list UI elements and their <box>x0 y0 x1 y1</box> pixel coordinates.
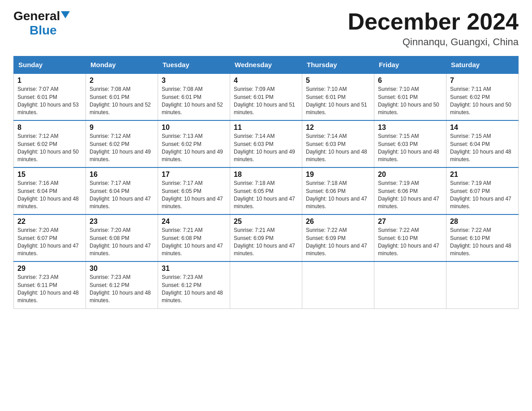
calendar-cell: 1 Sunrise: 7:07 AMSunset: 6:01 PMDayligh… <box>14 73 86 120</box>
calendar-cell: 19 Sunrise: 7:18 AMSunset: 6:06 PMDaylig… <box>302 167 374 214</box>
day-number: 25 <box>234 218 298 226</box>
calendar-cell: 12 Sunrise: 7:14 AMSunset: 6:03 PMDaylig… <box>302 120 374 167</box>
page-header: General Blue December 2024 Qinnanqu, Gua… <box>13 9 519 48</box>
day-info: Sunrise: 7:21 AMSunset: 6:08 PMDaylight:… <box>162 227 223 257</box>
day-number: 8 <box>17 124 82 132</box>
day-number: 4 <box>234 77 298 85</box>
day-info: Sunrise: 7:07 AMSunset: 6:01 PMDaylight:… <box>17 86 79 116</box>
day-info: Sunrise: 7:11 AMSunset: 6:02 PMDaylight:… <box>450 86 511 116</box>
calendar-cell: 18 Sunrise: 7:18 AMSunset: 6:05 PMDaylig… <box>230 167 302 214</box>
day-number: 26 <box>306 218 370 226</box>
day-number: 20 <box>378 171 442 179</box>
logo-general: General <box>13 9 60 23</box>
calendar-cell: 11 Sunrise: 7:14 AMSunset: 6:03 PMDaylig… <box>230 120 302 167</box>
week-row-4: 22 Sunrise: 7:20 AMSunset: 6:07 PMDaylig… <box>14 214 519 261</box>
calendar-cell: 26 Sunrise: 7:22 AMSunset: 6:09 PMDaylig… <box>302 214 374 261</box>
calendar-cell: 8 Sunrise: 7:12 AMSunset: 6:02 PMDayligh… <box>14 120 86 167</box>
day-info: Sunrise: 7:12 AMSunset: 6:02 PMDaylight:… <box>17 133 79 163</box>
days-header-row: SundayMondayTuesdayWednesdayThursdayFrid… <box>14 56 519 74</box>
day-info: Sunrise: 7:18 AMSunset: 6:06 PMDaylight:… <box>306 180 367 210</box>
calendar-cell: 31 Sunrise: 7:23 AMSunset: 6:12 PMDaylig… <box>158 261 230 308</box>
day-number: 13 <box>378 124 442 132</box>
day-info: Sunrise: 7:19 AMSunset: 6:06 PMDaylight:… <box>378 180 439 210</box>
calendar-cell: 20 Sunrise: 7:19 AMSunset: 6:06 PMDaylig… <box>374 167 446 214</box>
day-number: 15 <box>17 171 82 179</box>
calendar-cell: 13 Sunrise: 7:15 AMSunset: 6:03 PMDaylig… <box>374 120 446 167</box>
calendar-cell: 22 Sunrise: 7:20 AMSunset: 6:07 PMDaylig… <box>14 214 86 261</box>
calendar-cell: 27 Sunrise: 7:22 AMSunset: 6:10 PMDaylig… <box>374 214 446 261</box>
calendar-cell: 25 Sunrise: 7:21 AMSunset: 6:09 PMDaylig… <box>230 214 302 261</box>
day-number: 14 <box>450 124 515 132</box>
calendar-title: December 2024 <box>348 9 519 34</box>
day-info: Sunrise: 7:17 AMSunset: 6:05 PMDaylight:… <box>162 180 223 210</box>
day-info: Sunrise: 7:10 AMSunset: 6:01 PMDaylight:… <box>378 86 439 116</box>
day-number: 21 <box>450 171 515 179</box>
day-info: Sunrise: 7:23 AMSunset: 6:12 PMDaylight:… <box>90 274 151 304</box>
day-number: 27 <box>378 218 442 226</box>
week-row-1: 1 Sunrise: 7:07 AMSunset: 6:01 PMDayligh… <box>14 73 519 120</box>
calendar-cell: 5 Sunrise: 7:10 AMSunset: 6:01 PMDayligh… <box>302 73 374 120</box>
calendar-cell <box>302 261 374 308</box>
week-row-5: 29 Sunrise: 7:23 AMSunset: 6:11 PMDaylig… <box>14 261 519 308</box>
day-info: Sunrise: 7:23 AMSunset: 6:12 PMDaylight:… <box>162 274 223 304</box>
day-number: 5 <box>306 77 370 85</box>
calendar-cell: 17 Sunrise: 7:17 AMSunset: 6:05 PMDaylig… <box>158 167 230 214</box>
day-info: Sunrise: 7:16 AMSunset: 6:04 PMDaylight:… <box>17 180 79 210</box>
day-number: 18 <box>234 171 298 179</box>
day-info: Sunrise: 7:10 AMSunset: 6:01 PMDaylight:… <box>306 86 367 116</box>
calendar-cell: 7 Sunrise: 7:11 AMSunset: 6:02 PMDayligh… <box>446 73 519 120</box>
calendar-cell <box>230 261 302 308</box>
calendar-cell: 24 Sunrise: 7:21 AMSunset: 6:08 PMDaylig… <box>158 214 230 261</box>
day-info: Sunrise: 7:17 AMSunset: 6:04 PMDaylight:… <box>90 180 151 210</box>
calendar-cell: 29 Sunrise: 7:23 AMSunset: 6:11 PMDaylig… <box>14 261 86 308</box>
logo-triangle-icon <box>61 11 70 18</box>
day-info: Sunrise: 7:08 AMSunset: 6:01 PMDaylight:… <box>162 86 223 116</box>
calendar-cell: 9 Sunrise: 7:12 AMSunset: 6:02 PMDayligh… <box>86 120 158 167</box>
calendar-cell <box>446 261 519 308</box>
day-info: Sunrise: 7:20 AMSunset: 6:08 PMDaylight:… <box>90 227 151 257</box>
day-info: Sunrise: 7:15 AMSunset: 6:04 PMDaylight:… <box>450 133 511 163</box>
day-info: Sunrise: 7:08 AMSunset: 6:01 PMDaylight:… <box>90 86 151 116</box>
day-header-wednesday: Wednesday <box>230 56 302 74</box>
day-number: 2 <box>90 77 154 85</box>
logo: General Blue <box>13 9 70 38</box>
day-header-friday: Friday <box>374 56 446 74</box>
day-info: Sunrise: 7:21 AMSunset: 6:09 PMDaylight:… <box>234 227 295 257</box>
day-number: 6 <box>378 77 442 85</box>
logo-blue: Blue <box>30 23 57 38</box>
calendar-cell: 2 Sunrise: 7:08 AMSunset: 6:01 PMDayligh… <box>86 73 158 120</box>
day-number: 28 <box>450 218 515 226</box>
day-info: Sunrise: 7:14 AMSunset: 6:03 PMDaylight:… <box>234 133 295 163</box>
day-header-thursday: Thursday <box>302 56 374 74</box>
calendar-cell: 30 Sunrise: 7:23 AMSunset: 6:12 PMDaylig… <box>86 261 158 308</box>
day-header-monday: Monday <box>86 56 158 74</box>
day-number: 19 <box>306 171 370 179</box>
calendar-subtitle: Qinnanqu, Guangxi, China <box>348 36 519 48</box>
calendar-cell: 16 Sunrise: 7:17 AMSunset: 6:04 PMDaylig… <box>86 167 158 214</box>
day-number: 24 <box>162 218 226 226</box>
day-number: 29 <box>17 265 82 273</box>
day-number: 12 <box>306 124 370 132</box>
day-info: Sunrise: 7:15 AMSunset: 6:03 PMDaylight:… <box>378 133 439 163</box>
day-info: Sunrise: 7:14 AMSunset: 6:03 PMDaylight:… <box>306 133 367 163</box>
calendar-cell: 6 Sunrise: 7:10 AMSunset: 6:01 PMDayligh… <box>374 73 446 120</box>
day-number: 17 <box>162 171 226 179</box>
day-number: 1 <box>17 77 82 85</box>
day-info: Sunrise: 7:20 AMSunset: 6:07 PMDaylight:… <box>17 227 79 257</box>
calendar-cell <box>374 261 446 308</box>
calendar-cell: 4 Sunrise: 7:09 AMSunset: 6:01 PMDayligh… <box>230 73 302 120</box>
day-info: Sunrise: 7:19 AMSunset: 6:07 PMDaylight:… <box>450 180 511 210</box>
day-header-sunday: Sunday <box>14 56 86 74</box>
calendar-table: SundayMondayTuesdayWednesdayThursdayFrid… <box>13 56 519 309</box>
day-number: 11 <box>234 124 298 132</box>
day-number: 9 <box>90 124 154 132</box>
day-info: Sunrise: 7:09 AMSunset: 6:01 PMDaylight:… <box>234 86 295 116</box>
calendar-cell: 15 Sunrise: 7:16 AMSunset: 6:04 PMDaylig… <box>14 167 86 214</box>
calendar-cell: 3 Sunrise: 7:08 AMSunset: 6:01 PMDayligh… <box>158 73 230 120</box>
week-row-2: 8 Sunrise: 7:12 AMSunset: 6:02 PMDayligh… <box>14 120 519 167</box>
day-number: 31 <box>162 265 226 273</box>
calendar-cell: 23 Sunrise: 7:20 AMSunset: 6:08 PMDaylig… <box>86 214 158 261</box>
week-row-3: 15 Sunrise: 7:16 AMSunset: 6:04 PMDaylig… <box>14 167 519 214</box>
calendar-cell: 28 Sunrise: 7:22 AMSunset: 6:10 PMDaylig… <box>446 214 519 261</box>
title-area: December 2024 Qinnanqu, Guangxi, China <box>348 9 519 48</box>
